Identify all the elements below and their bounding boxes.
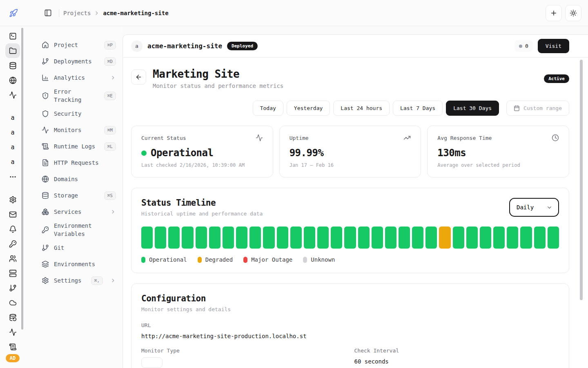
rail-mail-icon[interactable]: [5, 207, 20, 222]
rail-scroll-icon[interactable]: [5, 339, 20, 354]
url-value: http://acme-marketing-site-production.lo…: [141, 333, 559, 339]
timeline-bar-operational[interactable]: [263, 227, 274, 249]
rail-database-backup-icon[interactable]: [5, 310, 20, 325]
check-interval-label: Check Interval: [354, 348, 559, 354]
sidebar-item-services[interactable]: Services: [42, 204, 116, 220]
timeline-bar-operational[interactable]: [372, 227, 383, 249]
rail-server-icon[interactable]: [5, 266, 20, 280]
stat-label: Current Status: [141, 135, 186, 141]
sidebar-item-error-tracking[interactable]: Error Tracking⌘E: [42, 86, 116, 105]
rail-activity-icon[interactable]: [5, 88, 20, 102]
rail-ellipsis-icon[interactable]: [5, 169, 20, 184]
rail-git-branch-icon[interactable]: [5, 280, 20, 295]
rail-group: [5, 29, 20, 102]
rail-key-icon[interactable]: [5, 236, 20, 251]
timeline-bar-operational[interactable]: [277, 227, 288, 249]
timeline-bar-operational[interactable]: [236, 227, 247, 249]
timeline-bar-operational[interactable]: [331, 227, 342, 249]
rail-gear-icon[interactable]: [5, 192, 20, 207]
timeline-bar-operational[interactable]: [507, 227, 518, 249]
range-today-button[interactable]: Today: [253, 101, 283, 116]
timeline-bar-operational[interactable]: [344, 227, 356, 249]
shortcut-badge: ⌘L: [104, 142, 116, 151]
timeline-bar-operational[interactable]: [358, 227, 370, 249]
create-new-button[interactable]: [546, 5, 562, 21]
timeline-bar-operational[interactable]: [141, 227, 153, 249]
timeline-bar-operational[interactable]: [196, 227, 207, 249]
main-scrollbar[interactable]: [580, 60, 583, 300]
chevron-right-icon: [110, 209, 116, 215]
sidebar-item-environments[interactable]: Environments: [42, 256, 116, 272]
rail-folder-icon[interactable]: [5, 43, 20, 58]
sidebar-item-label: Storage: [54, 191, 99, 200]
timeline-bar-operational[interactable]: [493, 227, 505, 249]
timeline-bar-operational[interactable]: [304, 227, 315, 249]
sidebar-item-security[interactable]: Security: [42, 105, 116, 122]
stat-value-text: 99.99%: [290, 147, 324, 159]
theme-toggle-button[interactable]: [565, 5, 581, 21]
timeline-bar-operational[interactable]: [412, 227, 423, 249]
sidebar-item-http-requests[interactable]: HTTP Requests: [42, 155, 116, 171]
sidebar-toggle-button[interactable]: [41, 6, 55, 20]
range-last-7-days-button[interactable]: Last 7 Days: [393, 101, 443, 116]
range-last-24-hours-button[interactable]: Last 24 hours: [333, 101, 390, 116]
timeline-bar-operational[interactable]: [425, 227, 437, 249]
timeline-title: Status Timeline: [141, 198, 263, 208]
timeline-bar-operational[interactable]: [399, 227, 410, 249]
timeline-bar-operational[interactable]: [168, 227, 180, 249]
timeline-bar-operational[interactable]: [290, 227, 302, 249]
rail-app-shortcut[interactable]: a: [5, 155, 20, 169]
timeline-bar-operational[interactable]: [223, 227, 234, 249]
globe-icon: [42, 175, 49, 183]
rail-letter: a: [11, 129, 14, 136]
timeline-bar-operational[interactable]: [317, 227, 329, 249]
breadcrumb-projects-link[interactable]: Projects: [63, 10, 91, 16]
timeline-bar-operational[interactable]: [520, 227, 532, 249]
timeline-bar-operational[interactable]: [155, 227, 166, 249]
custom-range-button[interactable]: Custom range: [506, 101, 569, 116]
range-yesterday-button[interactable]: Yesterday: [287, 101, 330, 116]
user-avatar[interactable]: AD: [6, 354, 20, 362]
timeline-bar-operational[interactable]: [209, 227, 220, 249]
timeline-bar-operational[interactable]: [249, 227, 261, 249]
sidebar-item-runtime-logs[interactable]: Runtime Logs⌘L: [42, 138, 116, 155]
sidebar-item-git[interactable]: Git: [42, 240, 116, 256]
rail-bell-icon[interactable]: [5, 222, 20, 236]
rail-database-icon[interactable]: [5, 58, 20, 73]
rail-users-icon[interactable]: [5, 251, 20, 266]
rail-terminal-icon[interactable]: [5, 29, 20, 43]
issue-counter-pill[interactable]: 0: [514, 40, 533, 52]
interval-selected-value: Daily: [517, 204, 534, 211]
timeline-bar-operational[interactable]: [182, 227, 193, 249]
rail-scrollbar[interactable]: [21, 28, 23, 330]
app-logo-rocket-icon[interactable]: [7, 6, 20, 20]
rail-app-shortcut[interactable]: a: [5, 110, 20, 125]
sidebar-item-storage[interactable]: Storage⌘S: [42, 187, 116, 204]
chart-icon: [42, 74, 49, 81]
legend-dot-icon: [198, 257, 202, 263]
timeline-bar-operational[interactable]: [453, 227, 464, 249]
rail-app-shortcut[interactable]: a: [5, 125, 20, 140]
sidebar-item-monitors[interactable]: Monitors⌘M: [42, 122, 116, 138]
sidebar-item-settings[interactable]: Settings⌘,: [42, 272, 116, 289]
rail-globe-icon[interactable]: [5, 73, 20, 88]
timeline-bar-operational[interactable]: [534, 227, 546, 249]
sidebar-item-project[interactable]: Project⌘P: [42, 37, 116, 53]
timeline-bar-operational[interactable]: [385, 227, 396, 249]
timeline-bar-degraded[interactable]: [439, 227, 450, 249]
sidebar-item-domains[interactable]: Domains: [42, 171, 116, 187]
rail-app-shortcut[interactable]: a: [5, 140, 20, 155]
sidebar-item-analytics[interactable]: Analytics: [42, 70, 116, 86]
timeline-bar-operational[interactable]: [548, 227, 559, 249]
interval-select[interactable]: Daily: [509, 198, 559, 217]
back-button[interactable]: [131, 70, 146, 85]
timeline-bar-operational[interactable]: [466, 227, 478, 249]
current-status-card: Current Status Operational Last checked …: [131, 126, 273, 177]
timeline-bar-operational[interactable]: [480, 227, 491, 249]
visit-button[interactable]: Visit: [538, 39, 569, 53]
range-last-30-days-button[interactable]: Last 30 Days: [446, 101, 499, 116]
rail-cloud-icon[interactable]: [5, 295, 20, 310]
sidebar-item-deployments[interactable]: Deployments⌘D: [42, 53, 116, 70]
sidebar-item-environment-variables[interactable]: Environment Variables: [42, 220, 116, 240]
rail-activity-icon[interactable]: [5, 325, 20, 339]
